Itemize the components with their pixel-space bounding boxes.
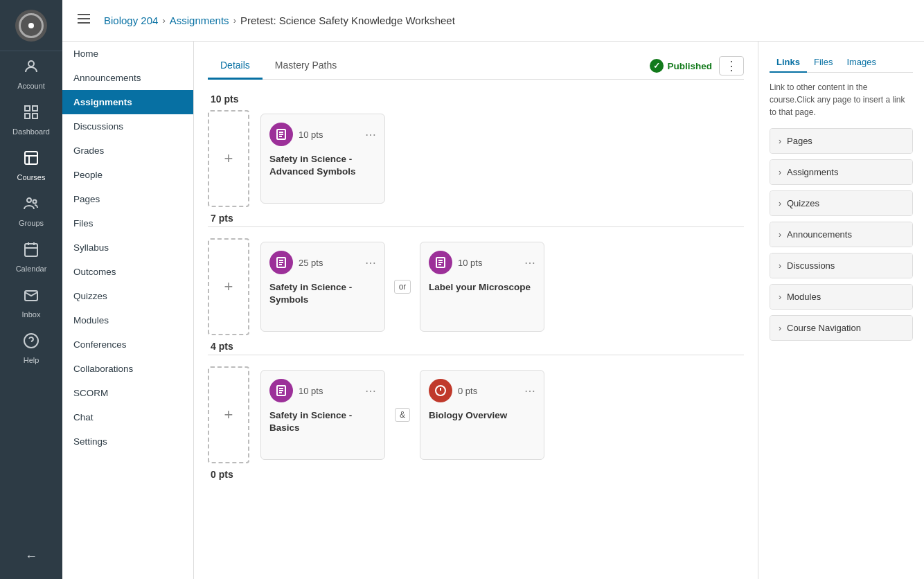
calendar-icon [23,241,39,262]
sidebar-item-calendar[interactable]: Calendar [0,234,62,280]
score-below-2: 4 pts [208,341,744,352]
tab-mastery-paths[interactable]: Mastery Paths [263,53,349,80]
card-pts-5: 0 pts [458,386,477,396]
rp-section-pages: › Pages [770,128,913,154]
connector-and: & [391,408,414,422]
rp-section-modules-header[interactable]: › Modules [770,285,912,309]
chevron-assignments-icon: › [779,168,781,177]
sidebar-item-home[interactable]: Home [62,42,193,66]
rp-tab-links[interactable]: Links [770,53,807,73]
card-pts-3: 10 pts [458,258,482,268]
sidebar-item-inbox[interactable]: Inbox [0,280,62,326]
card-icon-pts-5: 0 pts [429,379,477,402]
sidebar-item-help[interactable]: Help [0,326,62,371]
app-logo[interactable] [0,0,62,51]
main-content: Details Mastery Paths ✓ Published ⋮ 10 p… [194,42,758,579]
svg-rect-1 [25,106,30,111]
breadcrumb-sep-1: › [162,15,165,26]
card-menu-1[interactable]: ⋯ [365,128,376,141]
section-main-row-1: + 10 pts [208,110,744,207]
sidebar-item-dashboard[interactable]: Dashboard [0,97,62,143]
card-title-2: Safety in Science - Symbols [269,281,376,305]
sidebar-item-grades[interactable]: Grades [62,139,193,163]
assignment-card-5: 0 pts ⋯ Biology Overview [420,370,544,460]
card-title-1: Safety in Science - Advanced Symbols [269,153,376,177]
sidebar-item-groups[interactable]: Groups [0,188,62,234]
sidebar-item-modules[interactable]: Modules [62,308,193,332]
add-card-button-1[interactable]: + [208,110,249,207]
inbox-icon [23,287,39,308]
rp-section-course-navigation-header[interactable]: › Course Navigation [770,316,912,340]
rp-section-pages-label: Pages [787,136,812,146]
rp-section-pages-header[interactable]: › Pages [770,129,912,153]
sidebar-item-inbox-label: Inbox [22,310,41,319]
help-icon [23,332,39,353]
sidebar-item-pages[interactable]: Pages [62,187,193,211]
add-card-button-2[interactable]: + [208,238,249,335]
tab-details[interactable]: Details [208,53,263,80]
chevron-quizzes-icon: › [779,199,781,208]
rp-section-announcements-header[interactable]: › Announcements [770,222,912,247]
card-menu-4[interactable]: ⋯ [365,384,376,398]
sidebar-item-settings[interactable]: Settings [62,429,193,454]
add-card-button-3[interactable]: + [208,366,249,463]
breadcrumb-section[interactable]: Assignments [170,15,229,26]
mastery-section-3: + 10 pts [208,366,744,480]
card-pts-4: 10 pts [299,386,323,396]
rp-section-assignments: › Assignments [770,159,913,185]
card-title-3: Label your Microscope [429,281,535,294]
chevron-course-navigation-icon: › [779,323,781,333]
card-header-3: 10 pts ⋯ [429,251,535,274]
collapse-button[interactable]: ← [0,542,62,571]
assignment-icon-2 [269,251,293,274]
sidebar-item-announcements[interactable]: Announcements [62,66,193,90]
chevron-announcements-icon: › [779,230,781,240]
sidebar-item-quizzes[interactable]: Quizzes [62,284,193,308]
rp-section-quizzes-header[interactable]: › Quizzes [770,191,912,215]
rp-section-quizzes: › Quizzes [770,190,913,216]
sidebar-item-syllabus[interactable]: Syllabus [62,235,193,260]
card-header-1: 10 pts ⋯ [269,123,376,146]
rp-section-course-navigation: › Course Navigation [770,315,913,341]
card-menu-2[interactable]: ⋯ [365,256,376,269]
right-panel: Links Files Images Link to other content… [758,42,924,579]
sidebar-item-scorm[interactable]: SCORM [62,381,193,405]
sidebar-item-discussions[interactable]: Discussions [62,114,193,139]
more-options-button[interactable]: ⋮ [719,56,744,75]
sidebar-item-files[interactable]: Files [62,211,193,235]
rp-section-announcements-label: Announcements [787,229,852,240]
rp-section-quizzes-label: Quizzes [787,198,819,208]
assignment-icon-3 [429,251,452,274]
rp-section-discussions-header[interactable]: › Discussions [770,253,912,278]
sidebar-item-account[interactable]: Account [0,51,62,97]
card-pts-2: 25 pts [299,258,323,268]
content-area: Home Announcements Assignments Discussio… [62,42,924,579]
sidebar-item-people[interactable]: People [62,163,193,187]
card-icon-pts-2: 25 pts [269,251,323,274]
card-icon-pts-3: 10 pts [429,251,482,274]
card-menu-3[interactable]: ⋯ [524,256,535,269]
published-icon: ✓ [650,59,664,73]
sidebar-item-collaborations[interactable]: Collaborations [62,357,193,381]
rp-tab-images[interactable]: Images [839,53,883,73]
sidebar-item-conferences[interactable]: Conferences [62,332,193,357]
published-label: Published [667,61,712,71]
card-title-4: Safety in Science - Basics [269,409,376,434]
rp-section-assignments-header[interactable]: › Assignments [770,160,912,184]
svg-rect-10 [25,244,37,256]
connector-or-label: or [394,280,411,294]
course-sidebar: Home Announcements Assignments Discussio… [62,42,194,579]
breadcrumb: Biology 204 › Assignments › Pretest: Sci… [104,15,455,26]
sidebar-item-chat[interactable]: Chat [62,405,193,429]
rp-section-assignments-label: Assignments [787,167,838,177]
collapse-icon: ← [25,549,37,564]
svg-rect-3 [25,114,30,118]
sidebar-item-outcomes[interactable]: Outcomes [62,260,193,284]
rp-tab-files[interactable]: Files [807,53,839,73]
card-menu-5[interactable]: ⋯ [524,384,535,398]
breadcrumb-course[interactable]: Biology 204 [104,15,158,26]
sidebar-item-assignments[interactable]: Assignments [62,90,193,114]
hamburger-button[interactable] [76,11,91,30]
sidebar-item-courses-label: Courses [17,173,46,181]
sidebar-item-courses[interactable]: Courses [0,143,62,188]
